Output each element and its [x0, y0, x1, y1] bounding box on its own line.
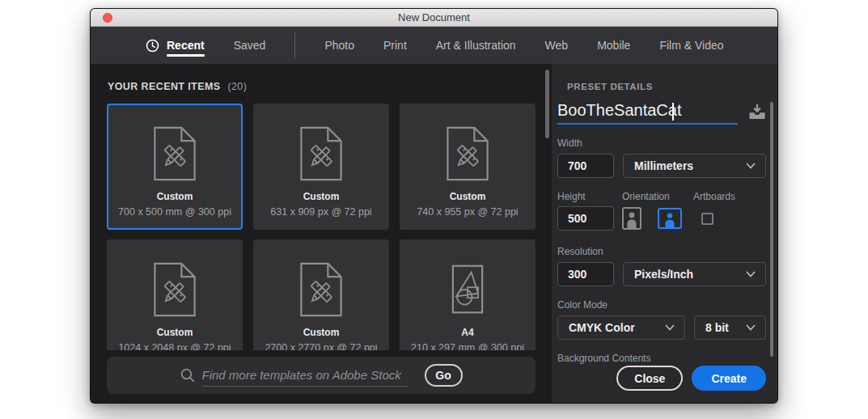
template-card-subtitle: 700 x 500 mm @ 300 ppi	[118, 206, 231, 218]
artboards-label: Artboards	[693, 191, 735, 202]
template-card-subtitle: 210 x 297 mm @ 300 ppi	[411, 342, 524, 350]
artboards-checkbox[interactable]	[701, 213, 713, 225]
resolution-unit-select[interactable]: Pixels/Inch	[623, 262, 766, 286]
tab-recent-label: Recent	[167, 28, 205, 63]
template-card-subtitle: 1024 x 2048 px @ 72 ppi	[118, 342, 231, 350]
dialog-footer: Close Create	[616, 366, 766, 391]
template-grid: Custom 700 x 500 mm @ 300 ppi	[107, 104, 536, 350]
template-card-title: Custom	[450, 191, 486, 202]
recent-items-heading: YOUR RECENT ITEMS (20)	[91, 64, 552, 92]
template-card-title: Custom	[303, 327, 340, 338]
bit-depth-select[interactable]: 8 bit	[694, 315, 766, 340]
close-button[interactable]: Close	[616, 366, 683, 391]
chevron-down-icon	[746, 271, 756, 277]
template-card-custom-700x500[interactable]: Custom 700 x 500 mm @ 300 ppi	[107, 104, 243, 230]
template-card-custom-631x909[interactable]: Custom 631 x 909 px @ 72 ppi	[253, 104, 389, 230]
save-preset-icon[interactable]	[748, 104, 766, 120]
tab-recent[interactable]: Recent	[146, 27, 205, 64]
height-label: Height	[557, 191, 622, 202]
document-ruler-pencil-icon	[447, 126, 489, 181]
document-ruler-pencil-icon	[154, 126, 196, 181]
tab-print[interactable]: Print	[383, 27, 407, 64]
chevron-down-icon	[746, 163, 756, 169]
chevron-down-icon	[665, 324, 675, 331]
portrait-person-icon	[626, 212, 637, 228]
color-mode-select[interactable]: CMYK Color	[557, 315, 685, 340]
window-titlebar: New Document	[91, 9, 777, 27]
template-card-title: Custom	[303, 191, 340, 202]
create-button[interactable]: Create	[692, 366, 766, 391]
orientation-label: Orientation	[622, 191, 693, 202]
recent-items-section: YOUR RECENT ITEMS (20)	[91, 64, 552, 404]
preset-details-panel: PRESET DETAILS Width Millimeters	[552, 64, 777, 404]
orientation-portrait-button[interactable]	[622, 207, 641, 230]
go-button[interactable]: Go	[425, 364, 463, 387]
tab-mobile[interactable]: Mobile	[597, 27, 630, 64]
height-input[interactable]	[557, 206, 614, 231]
document-ruler-pencil-icon	[300, 262, 342, 317]
width-label: Width	[557, 138, 766, 149]
adobe-stock-searchbar: Go	[107, 357, 536, 394]
chevron-down-icon	[746, 324, 756, 331]
width-input[interactable]	[557, 154, 614, 178]
document-name-input[interactable]	[557, 101, 738, 125]
color-mode-label: Color Mode	[557, 299, 766, 311]
tabbar-divider	[294, 32, 295, 58]
template-card-title: Custom	[157, 191, 193, 202]
new-document-dialog: New Document Recent Saved Photo Print Ar…	[90, 8, 778, 404]
template-card-custom-2700x2770[interactable]: Custom 2700 x 2770 px @ 72 ppi	[253, 239, 389, 350]
landscape-person-icon	[664, 213, 675, 227]
document-name-row	[557, 101, 766, 125]
recent-items-count: (20)	[227, 81, 247, 92]
resolution-input[interactable]	[557, 262, 614, 286]
window-close-button[interactable]	[103, 13, 112, 23]
category-tabbar: Recent Saved Photo Print Art & Illustrat…	[91, 27, 777, 64]
preset-details-heading: PRESET DETAILS	[567, 82, 766, 91]
tab-web[interactable]: Web	[545, 27, 569, 64]
recent-items-scrollbar[interactable]	[545, 70, 549, 138]
preset-panel-scrollbar[interactable]	[770, 102, 773, 357]
search-icon	[180, 368, 195, 383]
tab-film-video[interactable]: Film & Video	[659, 27, 723, 64]
template-card-subtitle: 2700 x 2770 px @ 72 ppi	[265, 342, 377, 350]
background-contents-label: Background Contents	[557, 353, 766, 364]
template-card-title: Custom	[157, 327, 193, 338]
template-card-a4[interactable]: A4 210 x 297 mm @ 300 ppi	[400, 239, 536, 350]
stock-search-input[interactable]	[202, 364, 409, 387]
clock-icon	[146, 39, 159, 53]
document-ruler-pencil-icon	[300, 126, 342, 181]
template-card-custom-1024x2048[interactable]: Custom 1024 x 2048 px @ 72 ppi	[107, 239, 243, 350]
document-ruler-pencil-icon	[154, 262, 196, 317]
template-card-custom-740x955[interactable]: Custom 740 x 955 px @ 72 ppi	[400, 104, 536, 230]
tab-saved[interactable]: Saved	[234, 27, 266, 64]
tab-art-illustration[interactable]: Art & Illustration	[436, 27, 516, 64]
width-unit-select[interactable]: Millimeters	[623, 154, 766, 178]
window-title: New Document	[398, 11, 470, 23]
template-card-title: A4	[461, 327, 473, 338]
template-card-subtitle: 631 x 909 px @ 72 ppi	[270, 206, 371, 218]
orientation-landscape-button[interactable]	[658, 208, 682, 229]
resolution-label: Resolution	[557, 246, 766, 257]
adobe-stock-footer: Go	[91, 350, 552, 404]
tab-photo[interactable]: Photo	[324, 27, 354, 64]
text-caret	[672, 103, 674, 121]
recent-items-viewport: YOUR RECENT ITEMS (20)	[91, 64, 552, 350]
template-card-subtitle: 740 x 955 px @ 72 ppi	[417, 206, 518, 218]
document-shapes-icon	[447, 262, 489, 317]
